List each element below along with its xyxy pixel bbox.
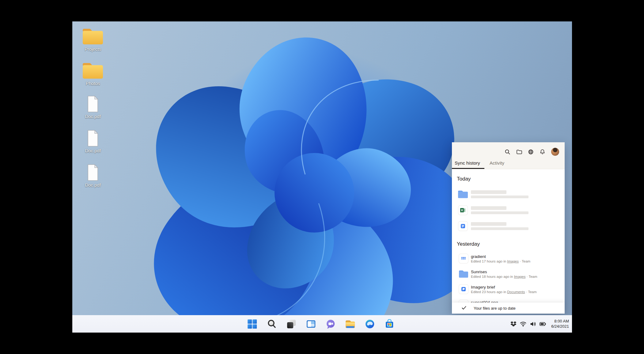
file-explorer-button[interactable] <box>345 319 355 329</box>
folder-icon <box>78 61 108 80</box>
file-subtitle: Edited 17 hours ago in Images · Team <box>471 259 530 263</box>
tab-sync-history[interactable]: Sync history <box>452 160 484 169</box>
chat-button[interactable] <box>325 319 336 329</box>
start-button[interactable] <box>247 319 257 329</box>
dropbox-tray-icon[interactable] <box>510 321 517 327</box>
file-title: gradient <box>471 254 530 259</box>
globe-icon[interactable] <box>528 149 534 155</box>
location-link[interactable]: Images <box>514 275 526 278</box>
desktop-icon-label: Projects <box>78 47 108 52</box>
grid-thumbnail-icon <box>457 254 470 263</box>
desktop-icon-projects[interactable]: Projects <box>78 26 108 52</box>
avatar[interactable] <box>551 148 559 156</box>
file-row-imagery-brief[interactable]: Imagery brief Edited 23 hours ago in Doc… <box>457 281 565 297</box>
skeleton-bars <box>471 206 528 214</box>
folder-icon[interactable] <box>516 149 522 155</box>
skeleton-bars <box>471 190 528 198</box>
desktop-icon-label: Doc.pdf <box>78 148 108 153</box>
folder-icon <box>78 26 108 45</box>
paper-doc-icon <box>457 285 470 294</box>
bell-icon[interactable] <box>540 149 545 155</box>
microsoft-store-button[interactable] <box>384 319 395 329</box>
file-row-sunrises[interactable]: Sunrises Edited 18 hours ago ago in Imag… <box>457 266 565 281</box>
section-heading-yesterday: Yesterday <box>457 241 565 247</box>
desktop-icon-docpdf-2[interactable]: Doc.pdf <box>78 128 108 153</box>
desktop-icon-docpdf-1[interactable]: Doc.pdf <box>78 94 108 119</box>
desktop-icon-photos[interactable]: Photos <box>78 61 108 86</box>
taskbar-clock[interactable]: 8:00 AM 6/24/2021 <box>551 319 569 329</box>
system-tray: 8:00 AM 6/24/2021 <box>510 315 569 333</box>
edge-button[interactable] <box>365 319 375 329</box>
skeleton-row[interactable] <box>457 186 565 202</box>
panel-tabs: Sync history Activity <box>452 160 509 169</box>
widgets-button[interactable] <box>306 319 316 329</box>
file-subtitle: Edited 23 hours ago in Documents · Team <box>471 290 537 294</box>
dropbox-sync-panel: Sync history Activity Today <box>452 142 565 314</box>
search-button[interactable] <box>267 319 277 329</box>
document-icon <box>78 94 108 113</box>
google-doc-icon <box>457 222 469 231</box>
desktop-icon-label: Doc.pdf <box>78 114 108 119</box>
skeleton-row[interactable] <box>457 202 565 218</box>
location-link[interactable]: Images <box>507 259 519 263</box>
file-subtitle: Edited 18 hours ago ago in Images · Team <box>471 275 537 278</box>
excel-file-icon <box>457 206 469 215</box>
wifi-icon[interactable] <box>520 321 526 327</box>
file-row-gradient[interactable]: gradient Edited 17 hours ago in Images ·… <box>457 251 565 266</box>
taskbar: 8:00 AM 6/24/2021 <box>72 315 572 333</box>
tab-activity[interactable]: Activity <box>487 160 509 169</box>
blue-folder-icon <box>457 270 470 278</box>
search-icon[interactable] <box>505 149 510 155</box>
sync-status-text: Your files are up to date <box>474 306 516 311</box>
section-heading-today: Today <box>457 176 565 182</box>
file-title: Imagery brief <box>471 285 537 289</box>
clock-time: 8:00 AM <box>551 319 569 324</box>
document-icon <box>78 128 108 147</box>
document-icon <box>78 162 108 181</box>
desktop: Projects Photos Doc.pdf <box>72 21 572 333</box>
panel-header: Sync history Activity <box>452 142 565 169</box>
sync-history-list: Today Yesterday <box>452 170 565 314</box>
desktop-icon-label: Photos <box>78 81 108 86</box>
skeleton-row[interactable] <box>457 218 565 234</box>
desktop-icon-docpdf-3[interactable]: Doc.pdf <box>78 162 108 188</box>
check-icon <box>462 305 466 311</box>
volume-icon[interactable] <box>530 321 536 327</box>
location-link[interactable]: Documents <box>507 290 525 294</box>
file-title: Sunrises <box>471 270 537 274</box>
clock-date: 6/24/2021 <box>551 324 569 329</box>
skeleton-bars <box>471 222 528 230</box>
battery-icon[interactable] <box>540 321 546 327</box>
sync-status-bar: Your files are up to date <box>452 303 565 314</box>
blue-folder-icon <box>457 190 469 199</box>
desktop-icon-label: Doc.pdf <box>78 182 108 188</box>
task-view-button[interactable] <box>286 319 297 329</box>
